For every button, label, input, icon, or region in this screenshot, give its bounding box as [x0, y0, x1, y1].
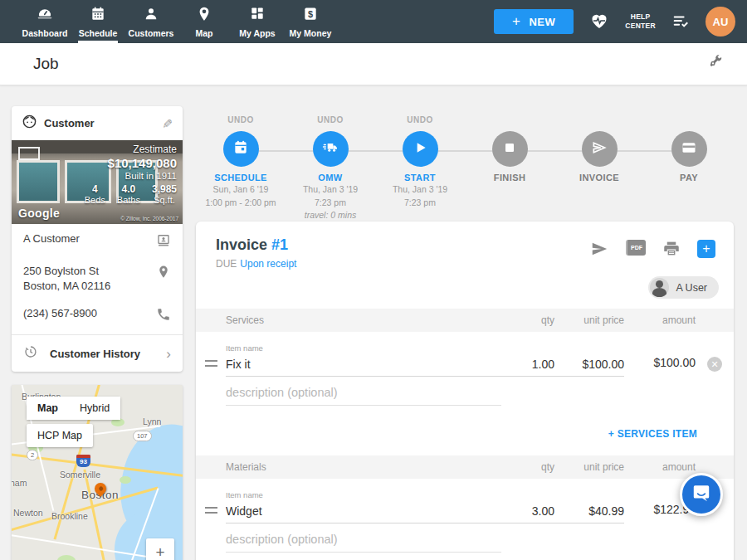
- pay-step-button[interactable]: [671, 131, 707, 167]
- zillow-attribution: © Zillow, Inc. 2006-2017: [120, 216, 178, 222]
- finish-step-button[interactable]: [492, 131, 528, 167]
- invoice-number[interactable]: #1: [271, 236, 288, 253]
- material-description-input[interactable]: [226, 530, 501, 553]
- undo-start-button[interactable]: UNDO: [407, 115, 432, 128]
- service-unit-price-input[interactable]: [554, 355, 624, 377]
- customer-history-button[interactable]: Customer History ›: [12, 334, 183, 372]
- start-step-button[interactable]: [403, 131, 438, 167]
- service-amount: $100.00: [624, 356, 696, 377]
- timeline-step-schedule: UNDO SCHEDULE Sun, Jan 6 '19 1:00 pm - 2…: [196, 115, 286, 222]
- service-description-input[interactable]: [226, 383, 501, 406]
- start-time: 7:23 pm: [404, 197, 436, 209]
- nav-dashboard[interactable]: Dashboard: [18, 0, 71, 43]
- services-header: Services qty unit price amount: [196, 309, 734, 332]
- due-label: DUE: [216, 258, 237, 270]
- service-item-name-input[interactable]: [226, 355, 501, 377]
- help-center-button[interactable]: HELP CENTER: [625, 12, 656, 30]
- beds-value: 4: [85, 183, 105, 195]
- checklist-button[interactable]: [671, 12, 691, 32]
- assignee-avatar: [650, 278, 669, 297]
- nav-my-apps[interactable]: My Apps: [231, 0, 284, 43]
- customer-history-label: Customer History: [50, 348, 154, 360]
- help-center-line1: HELP: [625, 12, 656, 22]
- drag-handle-icon[interactable]: [205, 507, 217, 514]
- pdf-icon: PDF: [626, 240, 646, 256]
- health-heart-button[interactable]: [588, 11, 610, 33]
- materials-header: Materials qty unit price amount: [196, 455, 734, 479]
- omw-step-button[interactable]: [313, 131, 349, 167]
- new-button[interactable]: + NEW: [494, 9, 574, 34]
- i93-shield: 93: [76, 455, 90, 467]
- assignee-name: A User: [676, 282, 707, 294]
- invoice-step-button[interactable]: [582, 131, 618, 167]
- nav-schedule-label: Schedule: [79, 28, 118, 38]
- pdf-button[interactable]: PDF: [626, 240, 646, 256]
- map-type-map-button[interactable]: Map: [27, 397, 69, 420]
- map-label-brookline: Brookline: [51, 511, 88, 521]
- service-item-row: Item name $100.00 ✕: [196, 332, 734, 378]
- amount-column-header: amount: [624, 461, 696, 473]
- dashboard-icon: [36, 6, 54, 26]
- send-invoice-button[interactable]: [589, 240, 609, 261]
- invoice-card: Invoice#1 DUEUpon receipt PDF + A User: [196, 222, 734, 560]
- material-qty-input[interactable]: [501, 502, 554, 523]
- wrench-gear-icon: [708, 53, 723, 68]
- assignee-chip[interactable]: A User: [648, 276, 719, 299]
- nav-my-money-label: My Money: [290, 28, 332, 38]
- zoom-in-button[interactable]: +: [146, 538, 174, 560]
- customer-address-row: 250 Boylston StBoston, MA 02116: [12, 256, 183, 299]
- map-type-buttons: Map Hybrid: [27, 397, 120, 420]
- timeline-step-start: UNDO START Thu, Jan 3 '19 7:23 pm: [375, 115, 465, 222]
- add-invoice-item-button[interactable]: +: [697, 240, 715, 258]
- job-status-timeline: UNDO SCHEDULE Sun, Jan 6 '19 1:00 pm - 2…: [196, 106, 734, 222]
- material-item-row: Item name $122.97: [196, 479, 734, 525]
- start-step-label: START: [404, 173, 436, 183]
- omw-date: Thu, Jan 3 '19: [303, 184, 358, 196]
- add-services-item-link[interactable]: + SERVICES ITEM: [608, 428, 697, 440]
- item-name-label: Item name: [226, 490, 501, 499]
- timeline-step-omw: UNDO OMW Thu, Jan 3 '19 7:23 pm travel: …: [286, 115, 375, 222]
- built-year: Built in 1911: [85, 171, 177, 181]
- nav-customers[interactable]: Customers: [124, 0, 178, 43]
- chat-bubble-button[interactable]: [680, 473, 723, 516]
- undo-omw-button[interactable]: UNDO: [317, 115, 343, 128]
- print-button[interactable]: [662, 240, 681, 260]
- job-settings-button[interactable]: [702, 53, 724, 75]
- map-card[interactable]: Burlington Lynn Somerville ham Boston Ne…: [12, 385, 183, 560]
- hcp-map-button[interactable]: HCP Map: [27, 424, 93, 447]
- contact-card-icon[interactable]: [156, 231, 171, 251]
- phone-icon[interactable]: [156, 306, 171, 325]
- schedule-step-label: SCHEDULE: [214, 173, 267, 183]
- nav-map[interactable]: Map: [178, 0, 231, 43]
- avatar[interactable]: AU: [706, 7, 735, 37]
- drag-handle-icon[interactable]: [205, 360, 217, 367]
- item-name-label: Item name: [226, 343, 501, 353]
- service-qty-input[interactable]: [501, 355, 554, 377]
- help-center-line2: CENTER: [625, 22, 656, 31]
- svg-text:$: $: [308, 8, 313, 18]
- schedule-step-button[interactable]: [223, 131, 259, 167]
- customer-card: Customer ✎ Zestimate $10,149,080 Built i…: [12, 106, 183, 372]
- plus-icon: +: [512, 13, 520, 30]
- undo-schedule-button[interactable]: UNDO: [227, 115, 253, 128]
- edit-customer-icon[interactable]: ✎: [160, 118, 175, 129]
- send-icon: [589, 240, 609, 261]
- start-date: Thu, Jan 3 '19: [393, 184, 447, 196]
- map-zoom-control: + −: [146, 538, 174, 560]
- omw-time: 7:23 pm: [315, 197, 346, 209]
- streetview-toggle-icon[interactable]: [18, 147, 40, 160]
- due-value-link[interactable]: Upon receipt: [240, 258, 296, 270]
- customer-card-title: Customer: [44, 117, 155, 129]
- map-type-hybrid-button[interactable]: Hybrid: [69, 397, 120, 420]
- material-unit-price-input[interactable]: [554, 502, 624, 523]
- main-nav: Dashboard Schedule Customers Map My Apps…: [18, 0, 337, 43]
- nav-my-money[interactable]: $ My Money: [284, 0, 337, 43]
- location-pin-icon[interactable]: [156, 264, 171, 283]
- route-2-shield: 2: [27, 450, 38, 460]
- history-icon: [23, 344, 38, 363]
- map-pin-icon: [195, 6, 213, 26]
- material-item-name-input[interactable]: [226, 502, 501, 523]
- nav-schedule[interactable]: Schedule: [71, 0, 124, 43]
- delete-service-item-button[interactable]: ✕: [707, 357, 722, 372]
- customer-name-row: A Customer: [12, 224, 183, 256]
